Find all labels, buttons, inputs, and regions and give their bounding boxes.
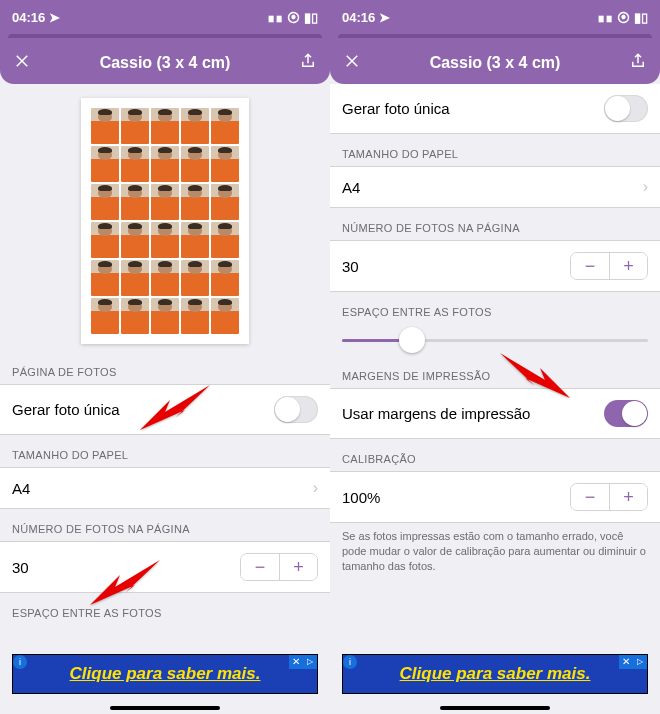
num-stepper[interactable]: − + [570, 252, 648, 280]
left-screenshot: 04:16 ➤ ∎∎⦿▮▯ Cassio (3 x 4 cm) PÁGINA D… [0, 0, 330, 714]
close-icon[interactable] [340, 52, 364, 74]
gerar-toggle[interactable] [604, 95, 648, 122]
row-gerar-foto-unica[interactable]: Gerar foto única [0, 384, 330, 435]
ad-info-icon[interactable]: i [13, 655, 27, 669]
section-label-papel: TAMANHO DO PAPEL [0, 435, 330, 467]
stepper-plus[interactable]: + [609, 253, 647, 279]
ad-close-icon[interactable]: ✕ [289, 655, 303, 669]
close-icon[interactable] [10, 52, 34, 74]
share-icon[interactable] [626, 52, 650, 74]
ad-banner[interactable]: i Clique para saber mais. ✕ ▷ [342, 654, 648, 694]
chevron-right-icon: › [643, 178, 648, 196]
chevron-right-icon: › [313, 479, 318, 497]
section-label-espaco: ESPAÇO ENTRE AS FOTOS [330, 292, 660, 324]
row-gerar-foto-unica[interactable]: Gerar foto única [330, 84, 660, 134]
stepper-minus[interactable]: − [241, 554, 279, 580]
papel-value: A4 [12, 480, 30, 497]
row-margens[interactable]: Usar margens de impressão [330, 388, 660, 439]
status-bar: 04:16 ➤ ∎∎⦿▮▯ [0, 0, 330, 34]
section-label-fotos: PÁGINA DE FOTOS [0, 352, 330, 384]
nav-header: Cassio (3 x 4 cm) [330, 42, 660, 84]
row-numero-fotos: 30 − + [330, 240, 660, 292]
stepper-minus[interactable]: − [571, 253, 609, 279]
page-title: Cassio (3 x 4 cm) [34, 54, 296, 72]
row-calibracao: 100% − + [330, 471, 660, 523]
ad-info-icon[interactable]: i [343, 655, 357, 669]
row-tamanho-papel[interactable]: A4 › [0, 467, 330, 509]
calib-help-text: Se as fotos impressas estão com o tamanh… [330, 523, 660, 574]
section-label-num: NÚMERO DE FOTOS NA PÁGINA [0, 509, 330, 541]
num-stepper[interactable]: − + [240, 553, 318, 581]
row-tamanho-papel[interactable]: A4 › [330, 166, 660, 208]
section-label-num: NÚMERO DE FOTOS NA PÁGINA [330, 208, 660, 240]
gerar-label: Gerar foto única [342, 100, 450, 117]
margens-toggle[interactable] [604, 400, 648, 427]
page-title: Cassio (3 x 4 cm) [364, 54, 626, 72]
section-label-espaco: ESPAÇO ENTRE AS FOTOS [0, 593, 330, 625]
section-label-papel: TAMANHO DO PAPEL [330, 134, 660, 166]
stepper-plus[interactable]: + [609, 484, 647, 510]
wifi-icon: ⦿ [617, 10, 630, 25]
stepper-plus[interactable]: + [279, 554, 317, 580]
wifi-icon: ⦿ [287, 10, 300, 25]
location-icon: ➤ [379, 10, 390, 25]
signal-icon: ∎∎ [267, 10, 283, 25]
share-icon[interactable] [296, 52, 320, 74]
ad-close-icon[interactable]: ✕ [619, 655, 633, 669]
location-icon: ➤ [49, 10, 60, 25]
stepper-minus[interactable]: − [571, 484, 609, 510]
calib-value: 100% [342, 489, 380, 506]
ad-play-icon[interactable]: ▷ [633, 655, 647, 669]
battery-icon: ▮▯ [304, 10, 318, 25]
num-value: 30 [342, 258, 359, 275]
battery-icon: ▮▯ [634, 10, 648, 25]
calib-stepper[interactable]: − + [570, 483, 648, 511]
ad-play-icon[interactable]: ▷ [303, 655, 317, 669]
right-screenshot: 04:16 ➤ ∎∎⦿▮▯ Cassio (3 x 4 cm) Gerar fo… [330, 0, 660, 714]
espaco-slider[interactable] [330, 324, 660, 356]
num-value: 30 [12, 559, 29, 576]
nav-header: Cassio (3 x 4 cm) [0, 42, 330, 84]
row-numero-fotos: 30 − + [0, 541, 330, 593]
gerar-toggle[interactable] [274, 396, 318, 423]
photo-sheet-preview [0, 84, 330, 352]
papel-value: A4 [342, 179, 360, 196]
section-label-calib: CALIBRAÇÃO [330, 439, 660, 471]
home-indicator[interactable] [440, 706, 550, 710]
gerar-label: Gerar foto única [12, 401, 120, 418]
home-indicator[interactable] [110, 706, 220, 710]
section-label-margens: MARGENS DE IMPRESSÃO [330, 356, 660, 388]
margens-label: Usar margens de impressão [342, 405, 530, 422]
status-bar: 04:16 ➤ ∎∎⦿▮▯ [330, 0, 660, 34]
ad-text: Clique para saber mais. [70, 664, 261, 684]
ad-banner[interactable]: i Clique para saber mais. ✕ ▷ [12, 654, 318, 694]
ad-text: Clique para saber mais. [400, 664, 591, 684]
signal-icon: ∎∎ [597, 10, 613, 25]
